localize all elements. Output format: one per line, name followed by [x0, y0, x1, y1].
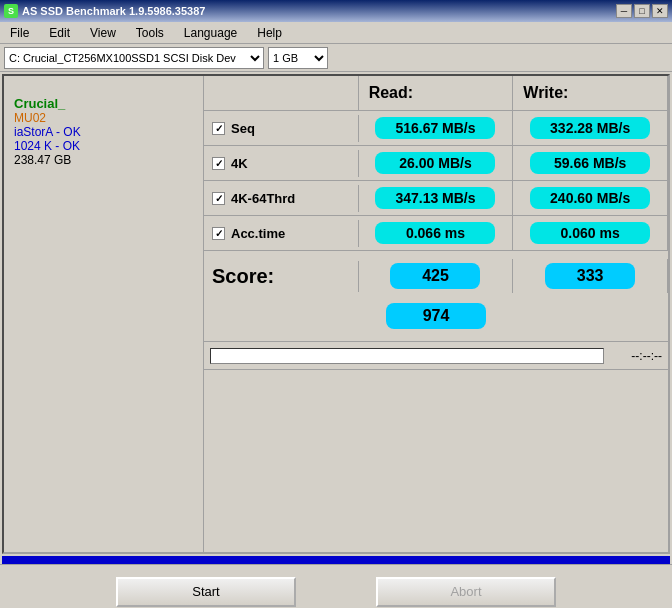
4k64-checkbox[interactable]: ✓	[212, 192, 225, 205]
progress-time: --:--:--	[612, 349, 662, 363]
toolbar: C: Crucial_CT256MX100SSD1 SCSI Disk Dev …	[0, 44, 672, 72]
header-read: Read:	[359, 76, 514, 110]
score-read-cell: 425	[359, 259, 514, 293]
seq-write-cell: 332.28 MB/s	[513, 111, 668, 145]
drive-size: 238.47 GB	[14, 153, 193, 167]
4k64-write-cell: 240.60 MB/s	[513, 181, 668, 215]
seq-read-value: 516.67 MB/s	[375, 117, 495, 139]
4k-write-value: 59.66 MB/s	[530, 152, 650, 174]
4k64-label: 4K-64Thrd	[231, 191, 295, 206]
bench-header: Read: Write:	[204, 76, 668, 111]
left-panel: Crucial_ MU02 iaStorA - OK 1024 K - OK 2…	[4, 76, 204, 552]
acctime-write-value: 0.060 ms	[530, 222, 650, 244]
acctime-label: Acc.time	[231, 226, 285, 241]
4k-label: 4K	[231, 156, 248, 171]
4k-checkbox[interactable]: ✓	[212, 157, 225, 170]
seq-label-cell: ✓ Seq	[204, 115, 359, 142]
4k64-label-cell: ✓ 4K-64Thrd	[204, 185, 359, 212]
seq-write-value: 332.28 MB/s	[530, 117, 650, 139]
seq-label: Seq	[231, 121, 255, 136]
acctime-read-value: 0.066 ms	[375, 222, 495, 244]
minimize-button[interactable]: ─	[616, 4, 632, 18]
4k64-read-cell: 347.13 MB/s	[359, 181, 514, 215]
4k-label-cell: ✓ 4K	[204, 150, 359, 177]
acctime-checkbox[interactable]: ✓	[212, 227, 225, 240]
menu-file[interactable]: File	[4, 24, 35, 42]
drive-model: MU02	[14, 111, 193, 125]
menu-language[interactable]: Language	[178, 24, 243, 42]
seq-read-cell: 516.67 MB/s	[359, 111, 514, 145]
titlebar: S AS SSD Benchmark 1.9.5986.35387 ─ □ ✕	[0, 0, 672, 22]
drive-cache: 1024 K - OK	[14, 139, 193, 153]
4k-read-cell: 26.00 MB/s	[359, 146, 514, 180]
bench-row-4k: ✓ 4K 26.00 MB/s 59.66 MB/s	[204, 146, 668, 181]
score-write-value: 333	[545, 263, 635, 289]
header-label	[204, 76, 359, 110]
menubar: File Edit View Tools Language Help	[0, 22, 672, 44]
titlebar-title: AS SSD Benchmark 1.9.5986.35387	[22, 5, 205, 17]
drive-name: Crucial_	[14, 96, 193, 111]
drive-driver: iaStorA - OK	[14, 125, 193, 139]
4k64-read-value: 347.13 MB/s	[375, 187, 495, 209]
start-button[interactable]: Start	[116, 577, 296, 607]
score-label: Score:	[204, 261, 359, 292]
4k-read-value: 26.00 MB/s	[375, 152, 495, 174]
bench-panel: Read: Write: ✓ Seq 516.67 MB/s 332.28 MB…	[204, 76, 668, 552]
bench-row-seq: ✓ Seq 516.67 MB/s 332.28 MB/s	[204, 111, 668, 146]
bench-row-4k64: ✓ 4K-64Thrd 347.13 MB/s 240.60 MB/s	[204, 181, 668, 216]
score-row-top: Score: 425 333	[204, 259, 668, 293]
acctime-label-cell: ✓ Acc.time	[204, 220, 359, 247]
score-write-cell: 333	[513, 259, 668, 293]
seq-checkbox[interactable]: ✓	[212, 122, 225, 135]
bench-row-acctime: ✓ Acc.time 0.066 ms 0.060 ms	[204, 216, 668, 251]
app-icon: S	[4, 4, 18, 18]
size-selector[interactable]: 1 GB	[268, 47, 328, 69]
blue-status-bar	[2, 556, 670, 564]
4k64-write-value: 240.60 MB/s	[530, 187, 650, 209]
score-total-value: 974	[386, 303, 486, 329]
menu-view[interactable]: View	[84, 24, 122, 42]
drive-selector[interactable]: C: Crucial_CT256MX100SSD1 SCSI Disk Dev	[4, 47, 264, 69]
abort-button[interactable]: Abort	[376, 577, 556, 607]
maximize-button[interactable]: □	[634, 4, 650, 18]
header-write: Write:	[513, 76, 668, 110]
menu-tools[interactable]: Tools	[130, 24, 170, 42]
window-controls: ─ □ ✕	[616, 4, 668, 18]
progress-bar-background	[210, 348, 604, 364]
acctime-write-cell: 0.060 ms	[513, 216, 668, 250]
score-read-value: 425	[390, 263, 480, 289]
close-button[interactable]: ✕	[652, 4, 668, 18]
button-area: Start Abort	[0, 564, 672, 608]
score-section: Score: 425 333 974	[204, 251, 668, 342]
menu-edit[interactable]: Edit	[43, 24, 76, 42]
main-container: Crucial_ MU02 iaStorA - OK 1024 K - OK 2…	[2, 74, 670, 554]
menu-help[interactable]: Help	[251, 24, 288, 42]
score-total-row: 974	[204, 299, 668, 333]
4k-write-cell: 59.66 MB/s	[513, 146, 668, 180]
acctime-read-cell: 0.066 ms	[359, 216, 514, 250]
progress-area: --:--:--	[204, 342, 668, 370]
